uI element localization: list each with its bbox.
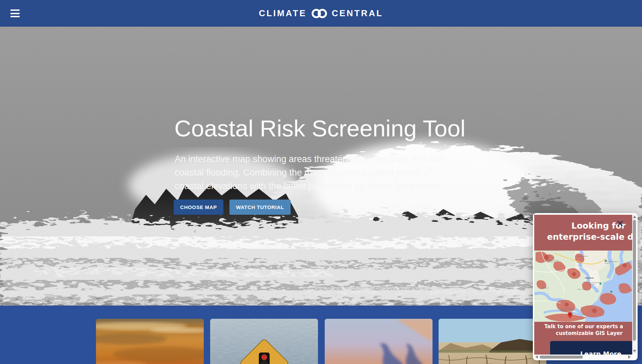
- horizontal-scroll-thumb[interactable]: [540, 356, 583, 359]
- map-label: Boone Hall Plantation & Gardens: [604, 261, 619, 264]
- popup-horizontal-scrollbar[interactable]: [534, 355, 632, 359]
- popup-body-line: Talk to one of our experts a: [544, 323, 623, 330]
- popup-content-viewport: Looking for enterprise-scale da: [534, 214, 632, 355]
- scroll-up-arrow-icon[interactable]: [633, 215, 636, 218]
- hero-buttons: CHOOSE MAP WATCH TUTORIAL: [174, 200, 291, 215]
- hero-description-line: coastal elevations with the latest proje…: [175, 179, 443, 193]
- choose-map-button[interactable]: CHOOSE MAP: [174, 200, 223, 215]
- gallery-card-flooded-sign[interactable]: [210, 319, 318, 364]
- gallery-card-sunset-clouds[interactable]: [96, 319, 204, 364]
- vertical-scroll-thumb[interactable]: [633, 220, 636, 341]
- map-label: North Charleston: [577, 255, 588, 257]
- top-navbar: CLIMATE CENTRAL: [0, 0, 642, 27]
- learn-more-button[interactable]: Learn More: [550, 341, 632, 355]
- popup-body-line: customizable GIS Layer: [556, 330, 622, 336]
- hero-description: An interactive map showing areas threate…: [175, 152, 443, 193]
- popup-footer: Talk to one of our experts a customizabl…: [534, 322, 632, 355]
- map-label-charleston: Charleston: [585, 277, 594, 279]
- gallery-card-drought[interactable]: [439, 319, 546, 364]
- enterprise-data-popup: Looking for enterprise-scale da: [533, 213, 638, 360]
- popup-heading-line: enterprise-scale da: [547, 232, 632, 242]
- page-title: Coastal Risk Screening Tool: [174, 115, 466, 142]
- map-label: Kiawah Island Golf Resort: [561, 308, 576, 311]
- watch-tutorial-button[interactable]: WATCH TUTORIAL: [229, 200, 291, 215]
- sunset-clouds-image: [96, 319, 204, 364]
- brand-left-text: CLIMATE: [259, 8, 307, 19]
- map-label: James Island: [577, 288, 586, 290]
- brand-right-text: CENTRAL: [332, 8, 383, 19]
- hero-description-line: An interactive map showing areas threate…: [175, 152, 443, 166]
- cracked-earth-image: [439, 319, 546, 364]
- hero-description-line: coastal flooding. Combining the most adv…: [175, 166, 443, 179]
- close-icon[interactable]: ✕: [615, 219, 625, 229]
- smoke-plumes-image: [325, 319, 433, 364]
- scroll-right-arrow-icon[interactable]: [628, 355, 631, 359]
- flooded-traffic-sign-image: [210, 319, 318, 364]
- map-label: Hollywood: [542, 287, 548, 289]
- map-label: Magnolia Plantation and Gardens: [546, 259, 560, 263]
- climate-central-logo[interactable]: CLIMATE CENTRAL: [0, 0, 642, 27]
- popup-vertical-scrollbar[interactable]: [632, 214, 637, 354]
- flood-risk-map-image: North Charleston Magnolia Plantation and…: [534, 251, 632, 322]
- gallery-card-smoke-plumes[interactable]: [325, 319, 433, 364]
- interlocking-rings-icon: [311, 8, 328, 19]
- scroll-down-arrow-icon[interactable]: [633, 350, 636, 353]
- scroll-left-arrow-icon[interactable]: [535, 355, 538, 359]
- map-label: Fort Sumter National Monument: [589, 282, 607, 285]
